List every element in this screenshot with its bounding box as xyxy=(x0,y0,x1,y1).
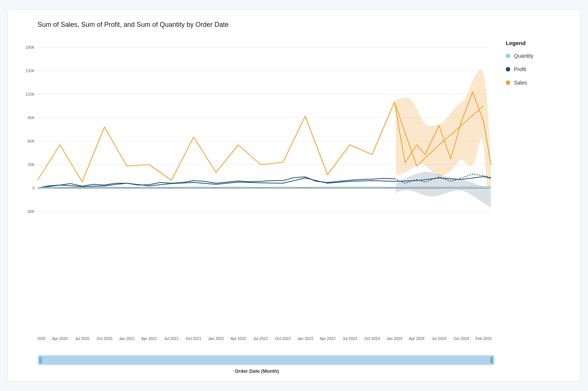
x-axis-title: Order Date (Month) xyxy=(15,368,498,374)
svg-text:Jan 2021: Jan 2021 xyxy=(119,337,135,341)
svg-text:Jan 2023: Jan 2023 xyxy=(297,337,313,341)
legend-item-profit: Profit xyxy=(506,66,573,72)
svg-text:Oct 2020: Oct 2020 xyxy=(97,337,112,341)
svg-text:30K: 30K xyxy=(28,162,35,167)
svg-text:Jul 2022: Jul 2022 xyxy=(253,337,268,341)
legend-title: Legend xyxy=(506,40,573,46)
svg-text:Oct 2021: Oct 2021 xyxy=(186,337,202,341)
svg-text:90K: 90K xyxy=(28,115,35,120)
svg-text:Oct 2024: Oct 2024 xyxy=(454,337,469,341)
svg-text:Apr 2021: Apr 2021 xyxy=(141,337,157,341)
svg-text:Jan 2020: Jan 2020 xyxy=(38,337,45,341)
legend-item-sales: Sales xyxy=(506,80,573,86)
sales-dot xyxy=(506,80,510,85)
svg-text:Jul 2021: Jul 2021 xyxy=(164,337,179,341)
x-axis-label-area: Jan 2020 Apr 2020 Jul 2020 Oct 2020 Jan … xyxy=(38,334,495,351)
svg-text:Oct 2023: Oct 2023 xyxy=(364,337,380,341)
scrollbar[interactable] xyxy=(38,355,495,365)
x-axis-labels xyxy=(38,320,495,334)
svg-text:Jan 2024: Jan 2024 xyxy=(387,337,403,341)
svg-text:Feb 2025: Feb 2025 xyxy=(476,337,492,341)
chart-body: 180K 150K 120K 90K 60K 30K xyxy=(15,36,573,374)
svg-text:150K: 150K xyxy=(25,69,35,73)
chart-plot-area: 180K 150K 120K 90K 60K 30K xyxy=(38,36,495,320)
legend-area: Legend Quantity Profit Sales xyxy=(498,36,573,374)
chart-container: Sum of Sales, Sum of Profit, and Sum of … xyxy=(7,9,581,382)
svg-text:Apr 2023: Apr 2023 xyxy=(320,337,335,341)
svg-text:Jul 2020: Jul 2020 xyxy=(75,337,89,341)
scrollbar-handle-left[interactable] xyxy=(39,357,42,363)
svg-text:Jul 2023: Jul 2023 xyxy=(342,337,357,341)
quantity-dot xyxy=(506,54,510,58)
svg-text:180K: 180K xyxy=(25,45,35,50)
scrollbar-thumb[interactable] xyxy=(38,356,494,365)
svg-text:-30K: -30K xyxy=(26,209,35,214)
svg-text:Apr 2022: Apr 2022 xyxy=(230,337,246,341)
legend-item-quantity: Quantity xyxy=(506,53,573,59)
chart-area: 180K 150K 120K 90K 60K 30K xyxy=(15,36,498,374)
scrollbar-handle-right[interactable] xyxy=(490,357,493,363)
svg-text:Jan 2022: Jan 2022 xyxy=(208,337,224,341)
quantity-label: Quantity xyxy=(514,53,533,59)
svg-text:120K: 120K xyxy=(25,92,35,96)
svg-text:Apr 2024: Apr 2024 xyxy=(409,337,425,341)
svg-text:60K: 60K xyxy=(28,139,35,143)
main-chart-svg: 180K 150K 120K 90K 60K 30K xyxy=(38,36,495,252)
x-labels-svg: Jan 2020 Apr 2020 Jul 2020 Oct 2020 Jan … xyxy=(38,334,495,351)
profit-dot xyxy=(506,67,510,71)
chart-title: Sum of Sales, Sum of Profit, and Sum of … xyxy=(38,21,573,29)
svg-text:Jul 2024: Jul 2024 xyxy=(432,337,446,341)
sales-label: Sales xyxy=(514,80,527,86)
svg-text:Oct 2022: Oct 2022 xyxy=(275,337,291,341)
profit-label: Profit xyxy=(514,66,526,72)
svg-text:0: 0 xyxy=(32,186,35,190)
svg-text:Apr 2020: Apr 2020 xyxy=(52,337,68,341)
